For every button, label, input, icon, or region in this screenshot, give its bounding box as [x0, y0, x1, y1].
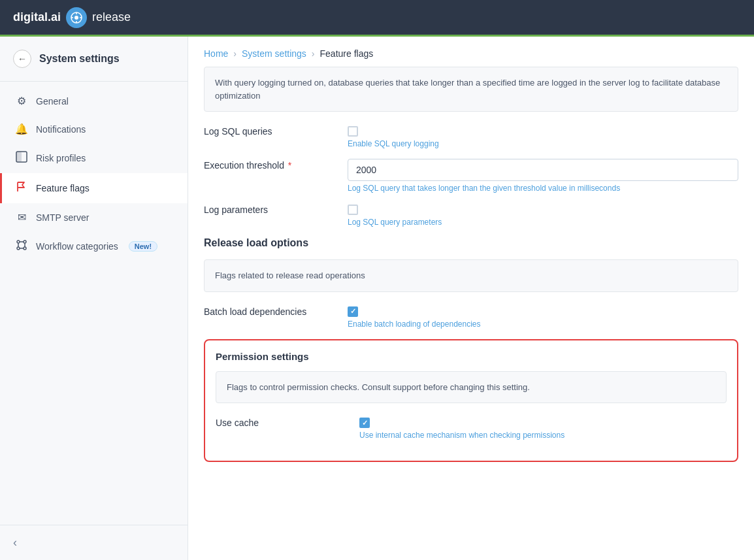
sidebar-item-notifications[interactable]: 🔔 Notifications [0, 115, 188, 143]
log-sql-control: Enable SQL query logging [348, 125, 738, 148]
batch-load-checkbox-wrapper [348, 305, 738, 317]
execution-threshold-row: Execution threshold * Log SQL query that… [204, 159, 738, 193]
batch-load-control: Enable batch loading of dependencies [348, 305, 738, 329]
use-cache-row: Use cache Use internal cache mechanism w… [216, 416, 727, 440]
app-logo: digital.ai release [13, 7, 131, 28]
workflow-icon [15, 239, 28, 254]
log-sql-checkbox[interactable] [348, 126, 358, 137]
sidebar-item-general-label: General [36, 96, 69, 107]
content-area: Home › System settings › Feature flags W… [188, 37, 754, 560]
svg-rect-7 [16, 152, 22, 162]
svg-point-9 [24, 240, 26, 243]
sidebar-item-smtp[interactable]: ✉ SMTP server [0, 203, 188, 231]
permission-info: Flags to control permission checks. Cons… [216, 371, 727, 404]
permission-heading: Permission settings [216, 351, 727, 362]
sidebar-header: ← System settings [0, 37, 188, 82]
use-cache-checkbox[interactable] [359, 418, 370, 428]
sidebar-title: System settings [39, 53, 120, 65]
sidebar-nav: ⚙ General 🔔 Notifications Risk profiles [0, 82, 188, 525]
gear-icon: ⚙ [15, 95, 28, 107]
sidebar-item-general[interactable]: ⚙ General [0, 87, 188, 115]
sidebar-item-workflow-categories[interactable]: Workflow categories New! [0, 231, 188, 261]
sidebar-item-notifications-label: Notifications [36, 124, 86, 135]
logo-text: digital.ai [13, 10, 61, 24]
sidebar-item-risk-label: Risk profiles [36, 153, 86, 163]
log-sql-row: Log SQL queries Enable SQL query logging [204, 125, 738, 148]
use-cache-label: Use cache [216, 416, 346, 428]
product-name: release [92, 10, 131, 24]
svg-point-8 [17, 240, 20, 243]
log-parameters-checkbox[interactable] [348, 205, 358, 215]
batch-load-hint: Enable batch loading of dependencies [348, 320, 738, 329]
breadcrumb-system-settings[interactable]: System settings [242, 48, 306, 59]
execution-threshold-hint: Log SQL query that takes longer than the… [348, 184, 738, 193]
log-parameters-control: Log SQL query parameters [348, 203, 738, 227]
release-load-info: Flags related to release read operations [204, 259, 738, 292]
new-badge: New! [129, 241, 157, 252]
use-cache-checkbox-wrapper [359, 416, 727, 428]
top-navigation: digital.ai release [0, 0, 754, 37]
sidebar-item-workflow-label: Workflow categories [36, 241, 118, 252]
log-sql-checkbox-wrapper [348, 125, 738, 137]
sidebar: ← System settings ⚙ General 🔔 Notificati… [0, 37, 188, 560]
log-parameters-checkbox-wrapper [348, 203, 738, 215]
use-cache-control: Use internal cache mechanism when checki… [359, 416, 727, 440]
batch-load-label: Batch load dependencies [204, 305, 335, 317]
breadcrumb-sep-2: › [312, 48, 315, 59]
logo-icon [66, 7, 87, 28]
back-button[interactable]: ← [13, 50, 31, 68]
execution-threshold-control: Log SQL query that takes longer than the… [348, 159, 738, 193]
log-parameters-row: Log parameters Log SQL query parameters [204, 203, 738, 227]
breadcrumb-current: Feature flags [320, 48, 374, 59]
svg-point-1 [74, 16, 78, 20]
sidebar-item-feature-flags-label: Feature flags [36, 183, 90, 193]
sidebar-collapse-button[interactable]: ‹ [0, 525, 188, 560]
svg-point-11 [24, 247, 26, 250]
log-sql-hint: Enable SQL query logging [348, 139, 738, 148]
log-parameters-hint: Log SQL query parameters [348, 218, 738, 227]
log-sql-label: Log SQL queries [204, 125, 335, 137]
batch-load-checkbox[interactable] [348, 306, 358, 317]
sidebar-item-risk-profiles[interactable]: Risk profiles [0, 143, 188, 173]
svg-point-10 [17, 247, 20, 250]
sidebar-item-feature-flags[interactable]: Feature flags [0, 173, 188, 203]
email-icon: ✉ [15, 211, 28, 223]
execution-threshold-label: Execution threshold * [204, 159, 335, 171]
breadcrumb: Home › System settings › Feature flags [188, 37, 754, 67]
sidebar-item-smtp-label: SMTP server [36, 212, 89, 223]
log-parameters-label: Log parameters [204, 203, 335, 215]
bell-icon: 🔔 [15, 123, 28, 135]
flag-icon [15, 181, 28, 195]
execution-threshold-input[interactable] [348, 159, 738, 181]
permission-settings-box: Permission settings Flags to control per… [204, 339, 738, 463]
breadcrumb-sep-1: › [233, 48, 237, 59]
use-cache-hint: Use internal cache mechanism when checki… [359, 431, 727, 440]
batch-load-row: Batch load dependencies Enable batch loa… [204, 305, 738, 329]
breadcrumb-home[interactable]: Home [204, 48, 228, 59]
release-load-heading: Release load options [204, 237, 738, 249]
query-logging-info: With query logging turned on, database q… [204, 67, 738, 112]
risk-icon [15, 151, 28, 165]
chevron-left-icon: ‹ [13, 536, 17, 550]
content-body: With query logging turned on, database q… [188, 67, 754, 560]
